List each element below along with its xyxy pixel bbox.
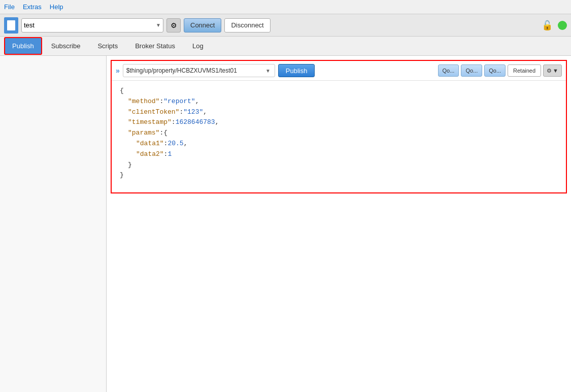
new-document-icon[interactable] (4, 17, 18, 34)
json-line-3: "clientToken":"123", (120, 107, 558, 118)
json-line-7: "data2":1 (120, 149, 558, 160)
menu-bar: File Extras Help (0, 0, 571, 14)
topic-dropdown-arrow[interactable]: ▼ (264, 68, 272, 74)
json-line-6: "data1":20.5, (120, 139, 558, 149)
tab-scripts[interactable]: Scripts (89, 37, 126, 55)
topic-input[interactable] (126, 67, 264, 74)
right-panel: » ▼ Publish Qo... Qo... Qo... Retained ⚙ (107, 56, 571, 392)
menu-file[interactable]: File (4, 3, 15, 11)
settings-dropdown-arrow: ▼ (553, 68, 558, 74)
json-line-1: { (120, 86, 558, 96)
qos-1-button[interactable]: Qo... (461, 64, 482, 77)
json-line-2: "method":"report", (120, 96, 558, 107)
connection-dropdown-arrow[interactable]: ▼ (156, 22, 161, 28)
qos-retained-bar: Qo... Qo... Qo... Retained ⚙ ▼ (438, 64, 562, 77)
main-content: » ▼ Publish Qo... Qo... Qo... Retained ⚙ (0, 56, 571, 392)
publish-settings-button[interactable]: ⚙ ▼ (543, 64, 562, 77)
qos-2-button[interactable]: Qo... (484, 64, 506, 77)
json-line-4: "timestamp":1628646783, (120, 117, 558, 128)
tab-publish[interactable]: Publish (4, 37, 42, 55)
menu-extras[interactable]: Extras (23, 3, 42, 11)
connection-status-dot (558, 21, 567, 30)
connection-input[interactable] (24, 21, 156, 29)
tabs-bar: Publish Subscribe Scripts Broker Status … (0, 37, 571, 56)
retained-button[interactable]: Retained (508, 64, 541, 77)
json-line-5: "params":{ (120, 128, 558, 139)
settings-cog-icon: ⚙ (547, 68, 552, 74)
tab-log[interactable]: Log (184, 37, 212, 55)
settings-gear-button[interactable]: ⚙ (166, 18, 181, 32)
connection-input-wrap: ▼ (21, 18, 163, 32)
left-sidebar (0, 56, 107, 392)
publish-arrow-icon: » (116, 67, 120, 75)
json-editor[interactable]: { "method":"report", "clientToken":"123"… (112, 81, 566, 192)
json-line-8: } (120, 160, 558, 171)
json-line-9: } (120, 170, 558, 181)
menu-help[interactable]: Help (50, 3, 63, 11)
connect-button[interactable]: Connect (184, 18, 221, 32)
publish-area: » ▼ Publish Qo... Qo... Qo... Retained ⚙ (111, 60, 567, 193)
disconnect-button[interactable]: Disconnect (224, 18, 270, 32)
toolbar: ▼ ⚙ Connect Disconnect 🔓 (0, 14, 571, 37)
tab-broker-status[interactable]: Broker Status (127, 37, 183, 55)
below-publish-area (107, 198, 571, 392)
qos-0-button[interactable]: Qo... (438, 64, 459, 77)
publish-button[interactable]: Publish (278, 64, 315, 77)
lock-icon: 🔓 (542, 20, 553, 31)
topic-input-wrap: ▼ (123, 64, 275, 77)
tab-subscribe[interactable]: Subscribe (43, 37, 89, 55)
